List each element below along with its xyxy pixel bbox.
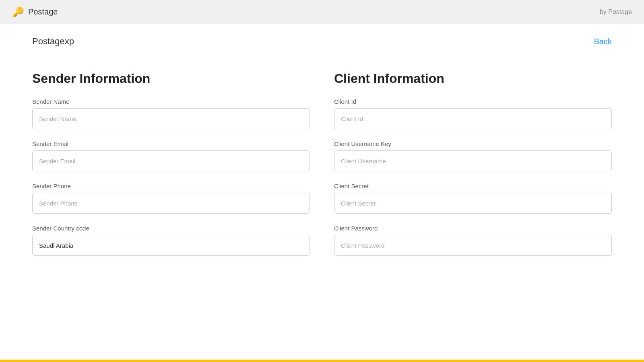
app-header: 🔑 Postage by Postage	[0, 0, 644, 24]
client-secret-input[interactable]	[334, 193, 612, 214]
client-password-group: Client Password	[334, 225, 612, 256]
sender-country-input[interactable]	[32, 235, 310, 256]
sender-phone-input[interactable]	[32, 193, 310, 214]
sender-name-input[interactable]	[32, 108, 310, 129]
sender-email-input[interactable]	[32, 150, 310, 171]
sub-header: Postagexp Back	[32, 36, 612, 55]
client-section: Client Information Client Id Client User…	[334, 71, 612, 267]
client-password-input[interactable]	[334, 235, 612, 256]
client-password-label: Client Password	[334, 225, 612, 232]
sender-email-group: Sender Email	[32, 140, 310, 171]
sender-email-label: Sender Email	[32, 140, 310, 147]
sender-phone-label: Sender Phone	[32, 183, 310, 189]
client-secret-group: Client Secret	[334, 183, 612, 214]
page-title: Postagexp	[32, 36, 74, 47]
sender-country-label: Sender Country code	[32, 225, 310, 232]
app-title: Postage	[28, 7, 58, 16]
sender-section: Sender Information Sender Name Sender Em…	[32, 71, 310, 267]
sender-name-label: Sender Name	[32, 98, 310, 105]
sender-section-title: Sender Information	[32, 71, 310, 86]
form-layout: Sender Information Sender Name Sender Em…	[32, 71, 612, 267]
header-left: 🔑 Postage	[12, 6, 58, 18]
client-secret-label: Client Secret	[334, 183, 612, 189]
client-section-title: Client Information	[334, 71, 612, 86]
client-id-label: Client Id	[334, 98, 612, 105]
bottom-accent-bar	[0, 360, 644, 362]
client-username-label: Client Username Key	[334, 140, 612, 147]
main-content: Postagexp Back Sender Information Sender…	[0, 24, 644, 362]
header-by-label: by Postage	[600, 8, 632, 16]
client-username-input[interactable]	[334, 150, 612, 171]
client-id-input[interactable]	[334, 108, 612, 129]
back-button[interactable]: Back	[594, 37, 612, 46]
logo-icon: 🔑	[12, 6, 24, 18]
sender-phone-group: Sender Phone	[32, 183, 310, 214]
sender-country-group: Sender Country code	[32, 225, 310, 256]
client-username-group: Client Username Key	[334, 140, 612, 171]
sender-name-group: Sender Name	[32, 98, 310, 129]
client-id-group: Client Id	[334, 98, 612, 129]
